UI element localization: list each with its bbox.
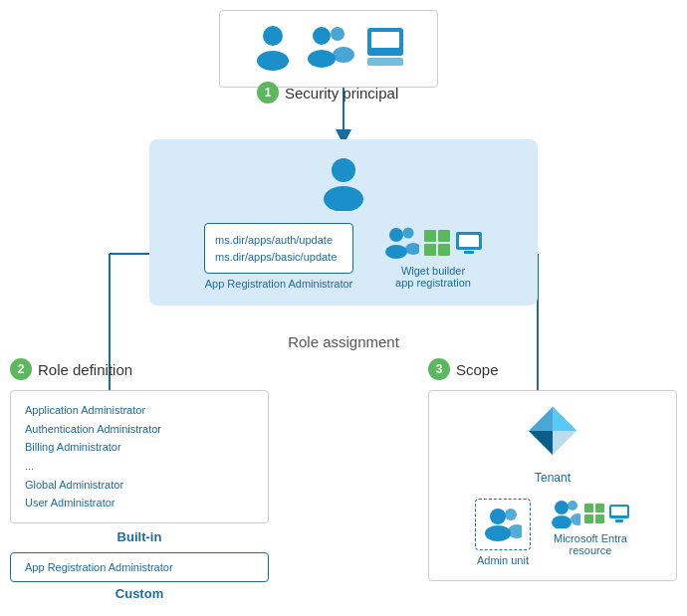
svg-rect-14 [371, 32, 399, 48]
role-item-5: User Administrator [25, 494, 254, 513]
admin-unit-label: Admin unit [477, 554, 529, 566]
svg-point-41 [571, 513, 580, 525]
svg-rect-42 [584, 504, 593, 513]
svg-point-40 [568, 501, 577, 511]
role-definition-title: Role definition [38, 361, 132, 378]
scope-title: Scope [456, 361, 499, 378]
ms-entra-item: Microsoft Entraresource [551, 499, 630, 556]
svg-point-34 [490, 509, 506, 524]
svg-marker-31 [529, 431, 553, 455]
permission-line-1: ms.dir/apps/auth/update [215, 232, 343, 249]
role-definition-title-row: 2 Role definition [10, 358, 269, 380]
step-1-circle: 1 [257, 82, 279, 103]
role-assignment-footer-label: Role assignment [0, 333, 687, 350]
svg-rect-23 [438, 230, 450, 242]
svg-rect-28 [464, 251, 474, 254]
role-item-4: Global Administrator [25, 476, 254, 495]
ms-entra-label: Microsoft Entraresource [554, 532, 627, 556]
svg-marker-32 [553, 407, 576, 431]
role-assignment-box: ms.dir/apps/auth/update ms.dir/apps/basi… [149, 139, 538, 306]
svg-point-19 [385, 245, 407, 259]
custom-role-box: App Registration Administrator [10, 552, 269, 582]
widget-builder-section: Wiget builder app registration [383, 225, 483, 289]
tenant-label: Tenant [535, 471, 571, 485]
diagram-container: 1 Security principal ms.dir/apps/auth/up… [0, 0, 687, 616]
svg-rect-22 [424, 230, 436, 242]
builtin-label: Built-in [10, 529, 269, 544]
role-item-1: Application Administrator [25, 401, 254, 420]
security-principal-title: Security principal [285, 85, 398, 102]
scope-title-row: 3 Scope [428, 358, 677, 380]
scope-box: Tenant Admin unit [428, 390, 677, 581]
scope-section: 3 Scope Tenant [428, 358, 677, 581]
builtin-roles-box: Application Administrator Authentication… [10, 390, 269, 523]
svg-point-18 [389, 228, 403, 242]
svg-point-8 [257, 51, 289, 71]
security-principal-box [219, 10, 438, 88]
role-item-ellipsis: ... [25, 457, 254, 476]
custom-label: Custom [10, 586, 269, 601]
svg-point-20 [403, 227, 414, 238]
svg-point-17 [324, 186, 363, 211]
svg-point-16 [332, 158, 355, 182]
svg-rect-25 [438, 244, 450, 256]
security-principal-label: 1 Security principal [257, 82, 398, 103]
group-icon [304, 23, 355, 75]
app-reg-admin-label: App Registration Administrator [205, 278, 353, 290]
svg-point-38 [555, 501, 569, 514]
svg-point-12 [333, 47, 354, 63]
app-icon [365, 26, 405, 72]
role-person-icon [318, 155, 369, 215]
svg-rect-43 [595, 504, 604, 513]
step-3-circle: 3 [428, 358, 450, 380]
svg-point-7 [263, 26, 283, 46]
svg-point-9 [313, 27, 331, 45]
svg-rect-45 [595, 514, 604, 523]
role-definition-section: 2 Role definition Application Administra… [10, 358, 269, 601]
app-reg-permissions-box: ms.dir/apps/auth/update ms.dir/apps/basi… [204, 223, 353, 274]
svg-rect-48 [615, 519, 623, 522]
svg-rect-27 [459, 235, 479, 247]
role-item-3: Billing Administrator [25, 438, 254, 457]
tenant-icon [527, 405, 578, 467]
svg-rect-44 [584, 514, 593, 523]
svg-point-35 [485, 525, 511, 541]
widget-builder-label: Wiget builder app registration [395, 265, 471, 289]
svg-rect-47 [611, 507, 627, 515]
svg-point-11 [331, 27, 344, 41]
svg-rect-15 [367, 58, 403, 66]
svg-point-10 [308, 50, 336, 68]
person-icon [252, 23, 294, 75]
svg-point-39 [552, 515, 572, 528]
svg-point-21 [405, 243, 419, 255]
svg-point-36 [505, 509, 517, 520]
role-item-2: Authentication Administrator [25, 420, 254, 439]
svg-rect-24 [424, 244, 436, 256]
step-2-circle: 2 [10, 358, 32, 380]
permission-line-2: ms.dir/apps/basic/update [215, 249, 343, 266]
svg-marker-33 [529, 407, 553, 431]
admin-unit-item: Admin unit [475, 499, 531, 566]
